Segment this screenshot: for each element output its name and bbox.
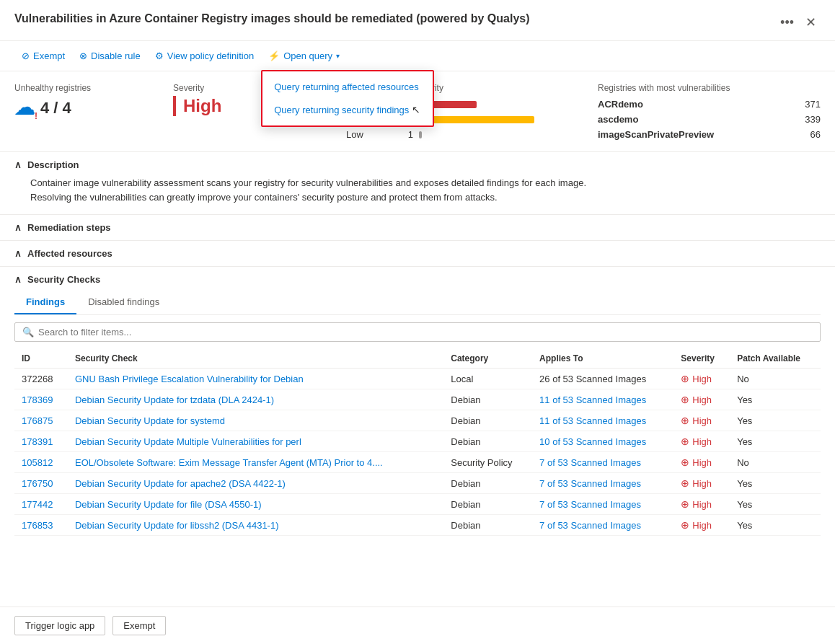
cell-id[interactable]: 177442: [14, 494, 68, 515]
registry-name: imageScanPrivatePreview: [598, 129, 714, 140]
col-patch: Patch Available: [730, 349, 821, 369]
cell-patch: No: [730, 452, 821, 473]
cell-severity: ⊕High: [673, 473, 730, 494]
registry-count: 66: [810, 129, 821, 140]
cell-applies-to[interactable]: 7 of 53 Scanned Images: [532, 494, 673, 515]
close-button[interactable]: ✕: [801, 12, 821, 33]
severity-value: High: [173, 96, 221, 116]
cell-category: Debian: [443, 389, 532, 410]
severity-high-icon: ⊕: [681, 456, 689, 468]
search-input[interactable]: [38, 327, 813, 338]
registry-count: 339: [805, 114, 821, 125]
cell-severity: ⊕High: [673, 369, 730, 389]
cell-severity: ⊕High: [673, 431, 730, 452]
security-checks-header[interactable]: ∧ Security Checks: [14, 274, 821, 285]
col-severity: Severity: [673, 349, 730, 369]
low-severity-row: Low 1: [346, 129, 569, 140]
chevron-down-icon: ∧: [14, 274, 22, 285]
findings-tbody: 372268 GNU Bash Privilege Escalation Vul…: [14, 369, 821, 536]
registry-row: imageScanPrivatePreview66: [598, 129, 821, 140]
open-query-button[interactable]: ⚡ Open query ▾: [261, 47, 347, 65]
cell-applies-to[interactable]: 7 of 53 Scanned Images: [532, 515, 673, 536]
cell-patch: Yes: [730, 494, 821, 515]
cell-applies-to[interactable]: 7 of 53 Scanned Images: [532, 452, 673, 473]
cell-id[interactable]: 176853: [14, 515, 68, 536]
affected-resources-header[interactable]: ∧ Affected resources: [14, 248, 821, 259]
exempt-button[interactable]: ⊘ Exempt: [14, 47, 72, 65]
cell-check[interactable]: GNU Bash Privilege Escalation Vulnerabil…: [68, 369, 443, 389]
remediation-section: ∧ Remediation steps: [0, 215, 835, 241]
tab-findings[interactable]: Findings: [14, 291, 76, 314]
disable-rule-button[interactable]: ⊗ Disable rule: [72, 47, 148, 65]
registry-name: ascdemo: [598, 114, 638, 125]
cell-patch: Yes: [730, 410, 821, 431]
header-actions: ••• ✕: [776, 12, 821, 33]
registries-block: Registries with most vulnerabilities ACR…: [598, 83, 821, 144]
cell-category: Debian: [443, 431, 532, 452]
cell-id[interactable]: 178391: [14, 431, 68, 452]
tab-disabled-findings[interactable]: Disabled findings: [76, 291, 171, 314]
open-query-container: ⚡ Open query ▾ Query returning affected …: [261, 47, 347, 65]
registry-count: 371: [805, 99, 821, 110]
table-row: 177442 Debian Security Update for file (…: [14, 494, 821, 515]
remediation-header[interactable]: ∧ Remediation steps: [14, 222, 821, 233]
cell-severity: ⊕High: [673, 515, 730, 536]
cloud-icon: ☁ !: [14, 96, 35, 120]
panel-title: Vulnerabilities in Azure Container Regis…: [14, 12, 776, 27]
cell-patch: Yes: [730, 515, 821, 536]
more-options-button[interactable]: •••: [776, 12, 798, 33]
search-icon: 🔍: [22, 327, 34, 338]
cell-check[interactable]: Debian Security Update for systemd: [68, 410, 443, 431]
footer-exempt-button[interactable]: Exempt: [112, 616, 166, 635]
toolbar: ⊘ Exempt ⊗ Disable rule ⚙ View policy de…: [0, 41, 835, 71]
cell-patch: Yes: [730, 473, 821, 494]
cell-id[interactable]: 178369: [14, 389, 68, 410]
security-checks-section: ∧ Security Checks Findings Disabled find…: [0, 267, 835, 536]
cell-id[interactable]: 105812: [14, 452, 68, 473]
severity-high-icon: ⊕: [681, 477, 689, 489]
registry-name: ACRdemo: [598, 99, 643, 110]
low-bar: [419, 131, 422, 138]
query-security-findings-item[interactable]: Query returning security findings ↖: [262, 98, 433, 121]
severity-high-icon: ⊕: [681, 373, 689, 384]
cell-check[interactable]: Debian Security Update for tzdata (DLA 2…: [68, 389, 443, 410]
severity-high-icon: ⊕: [681, 415, 689, 426]
cell-check[interactable]: Debian Security Update for apache2 (DSA …: [68, 473, 443, 494]
cell-id[interactable]: 176875: [14, 410, 68, 431]
affected-resources-section: ∧ Affected resources: [0, 241, 835, 267]
col-category: Category: [443, 349, 532, 369]
cell-patch: Yes: [730, 389, 821, 410]
cell-category: Debian: [443, 473, 532, 494]
cell-patch: Yes: [730, 431, 821, 452]
severity-high-icon: ⊕: [681, 394, 689, 405]
open-query-dropdown: Query returning affected resources Query…: [261, 70, 434, 127]
cell-category: Debian: [443, 515, 532, 536]
cell-applies-to[interactable]: 10 of 53 Scanned Images: [532, 431, 673, 452]
registry-row: ACRdemo371: [598, 99, 821, 110]
table-header-row: ID Security Check Category Applies To Se…: [14, 349, 821, 369]
trigger-logic-app-button[interactable]: Trigger logic app: [14, 616, 105, 635]
cell-check[interactable]: Debian Security Update for file (DSA 455…: [68, 494, 443, 515]
registry-row: ascdemo339: [598, 114, 821, 125]
cell-id[interactable]: 176750: [14, 473, 68, 494]
table-row: 178391 Debian Security Update Multiple V…: [14, 431, 821, 452]
cell-check[interactable]: EOL/Obsolete Software: Exim Message Tran…: [68, 452, 443, 473]
table-row: 176875 Debian Security Update for system…: [14, 410, 821, 431]
chevron-right-icon: ∧: [14, 248, 22, 259]
cell-check[interactable]: Debian Security Update for libssh2 (DSA …: [68, 515, 443, 536]
medium-bar: [419, 116, 534, 123]
registries-list: ACRdemo371ascdemo339imageScanPrivatePrev…: [598, 99, 821, 140]
table-row: 176750 Debian Security Update for apache…: [14, 473, 821, 494]
cell-category: Security Policy: [443, 452, 532, 473]
cell-check[interactable]: Debian Security Update Multiple Vulnerab…: [68, 431, 443, 452]
cell-applies-to[interactable]: 11 of 53 Scanned Images: [532, 389, 673, 410]
exempt-icon: ⊘: [22, 50, 30, 61]
view-policy-button[interactable]: ⚙ View policy definition: [148, 47, 261, 65]
query-affected-resources-item[interactable]: Query returning affected resources: [262, 76, 433, 98]
cell-applies-to[interactable]: 7 of 53 Scanned Images: [532, 473, 673, 494]
cell-applies-to[interactable]: 11 of 53 Scanned Images: [532, 410, 673, 431]
disable-icon: ⊗: [79, 50, 87, 61]
table-row: 372268 GNU Bash Privilege Escalation Vul…: [14, 369, 821, 389]
description-header[interactable]: ∧ Description: [14, 159, 821, 170]
tabs: Findings Disabled findings: [14, 291, 821, 315]
